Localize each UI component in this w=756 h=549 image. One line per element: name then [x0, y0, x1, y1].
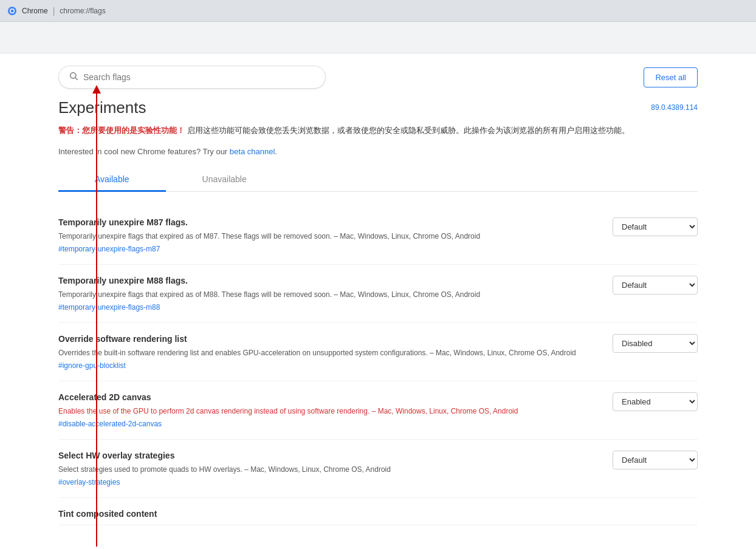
experiments-area: Experiments 89.0.4389.114 警告：您所要使用的是实验性功…	[44, 98, 712, 540]
flag-desc: Temporarily unexpire flags that expired …	[58, 289, 587, 300]
reset-all-button[interactable]: Reset all	[644, 67, 698, 87]
beta-channel-link[interactable]: beta channel	[230, 147, 275, 156]
search-input[interactable]	[83, 72, 315, 82]
flag-control: Default Enabled Disabled	[613, 217, 698, 236]
flag-select[interactable]: Default Enabled Disabled	[613, 334, 698, 353]
flag-item: Select HW overlay strategies Select stra…	[58, 440, 698, 498]
flag-hash-link[interactable]: #overlay-strategies	[58, 478, 120, 486]
flag-title: Temporarily unexpire M88 flags.	[58, 276, 587, 285]
flag-title: Tint composited content	[58, 509, 587, 519]
tab-label: Chrome	[22, 7, 48, 15]
tabs-bar: Available Unavailable	[58, 168, 698, 192]
flag-item: Tint composited content	[58, 498, 698, 525]
version-label: 89.0.4389.114	[651, 103, 698, 112]
flag-item: Temporarily unexpire M88 flags. Temporar…	[58, 265, 698, 323]
search-area: Reset all	[44, 53, 712, 98]
svg-point-2	[11, 9, 14, 12]
flag-title: Override software rendering list	[58, 334, 587, 344]
flag-desc: Enables the use of the GPU to perform 2d…	[58, 406, 587, 417]
flags-list: Temporarily unexpire M87 flags. Temporar…	[58, 206, 698, 525]
promo-text: Interested in cool new Chrome features? …	[58, 147, 698, 156]
flag-item: Accelerated 2D canvas Enables the use of…	[58, 381, 698, 440]
tab-available[interactable]: Available	[58, 168, 166, 192]
flag-control: Default Enabled Disabled	[613, 392, 698, 411]
flag-title: Select HW overlay strategies	[58, 451, 587, 460]
flag-control: Default Enabled Disabled	[613, 276, 698, 295]
flag-desc: Select strategies used to promote quads …	[58, 464, 587, 475]
flag-select[interactable]: Default Enabled Disabled	[613, 451, 698, 469]
flag-info: Tint composited content	[58, 509, 587, 522]
flag-select[interactable]: Default Enabled Disabled	[613, 217, 698, 236]
browser-tab-bar: Chrome | chrome://flags	[0, 0, 756, 22]
page-title: Experiments	[58, 98, 146, 117]
flag-info: Accelerated 2D canvas Enables the use of…	[58, 392, 587, 428]
flag-select[interactable]: Default Enabled Disabled	[613, 276, 698, 295]
browser-toolbar	[0, 22, 756, 53]
flag-item: Temporarily unexpire M87 flags. Temporar…	[58, 206, 698, 265]
flag-select[interactable]: Default Enabled Disabled	[613, 392, 698, 411]
flag-hash-link[interactable]: #ignore-gpu-blocklist	[58, 361, 126, 370]
flag-control: Default Enabled Disabled	[613, 334, 698, 353]
flag-item: Override software rendering list Overrid…	[58, 323, 698, 381]
flag-desc: Overrides the built-in software renderin…	[58, 347, 587, 358]
warning-box: 警告：您所要使用的是实验性功能！ 启用这些功能可能会致使您丢失浏览数据，或者致使…	[58, 124, 698, 137]
page-content: Reset all Experiments 89.0.4389.114 警告：您…	[0, 53, 756, 549]
flag-desc: Temporarily unexpire flags that expired …	[58, 231, 587, 242]
flag-info: Temporarily unexpire M88 flags. Temporar…	[58, 276, 587, 312]
flag-info: Select HW overlay strategies Select stra…	[58, 451, 587, 486]
flag-title: Temporarily unexpire M87 flags.	[58, 217, 587, 227]
svg-line-4	[75, 78, 78, 80]
warning-red-text: 警告：您所要使用的是实验性功能！	[58, 126, 185, 135]
promo-before: Interested in cool new Chrome features? …	[58, 147, 230, 156]
flag-info: Temporarily unexpire M87 flags. Temporar…	[58, 217, 587, 253]
promo-after: .	[275, 147, 277, 156]
warning-body-text: 启用这些功能可能会致使您丢失浏览数据，或者致使您的安全或隐私受到威胁。此操作会为…	[187, 126, 630, 135]
flag-hash-link[interactable]: #temporary-unexpire-flags-m88	[58, 303, 160, 312]
search-box-container	[58, 66, 326, 89]
flag-control: Default Enabled Disabled	[613, 451, 698, 469]
address-bar: chrome://flags	[60, 7, 105, 15]
flag-title: Accelerated 2D canvas	[58, 392, 587, 402]
tab-unavailable[interactable]: Unavailable	[166, 168, 283, 192]
chrome-favicon	[7, 6, 17, 16]
flag-hash-link[interactable]: #disable-accelerated-2d-canvas	[58, 420, 162, 428]
tab-separator: |	[53, 6, 55, 16]
flag-hash-link[interactable]: #temporary-unexpire-flags-m87	[58, 245, 160, 253]
search-icon	[69, 71, 78, 83]
svg-point-3	[70, 73, 76, 78]
experiments-header: Experiments 89.0.4389.114	[58, 98, 698, 117]
flag-info: Override software rendering list Overrid…	[58, 334, 587, 370]
